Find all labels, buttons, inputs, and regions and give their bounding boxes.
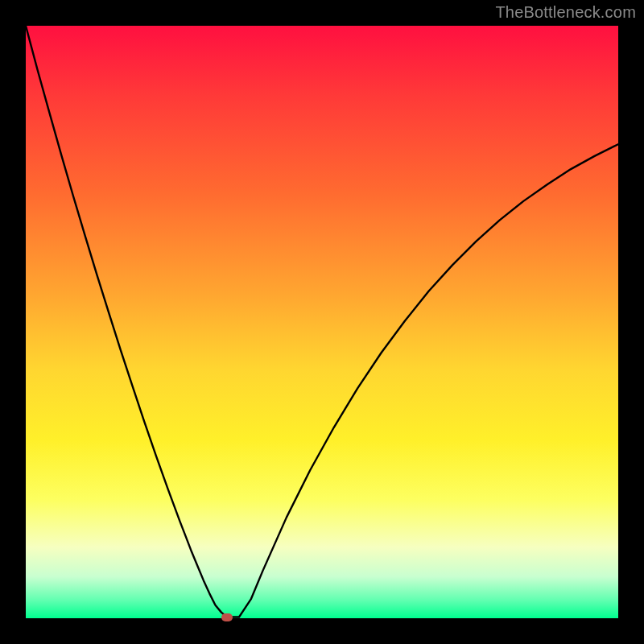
- curve-svg: [26, 26, 618, 618]
- plot-area: [26, 26, 618, 618]
- watermark-text: TheBottleneck.com: [495, 3, 636, 22]
- optimum-marker: [221, 613, 233, 621]
- series-line: [26, 26, 618, 617]
- chart-frame: TheBottleneck.com: [0, 0, 644, 644]
